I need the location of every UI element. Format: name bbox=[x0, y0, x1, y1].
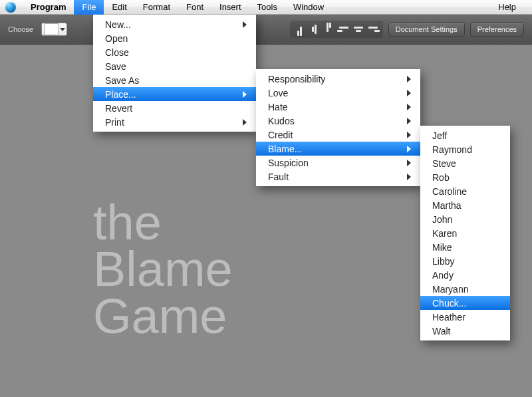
blame-walt[interactable]: Walt bbox=[420, 324, 510, 338]
place-responsibility[interactable]: Responsibility bbox=[256, 72, 420, 86]
menu-label: Caroline bbox=[432, 186, 467, 197]
title-line-3: Game bbox=[93, 293, 233, 340]
menu-label: New... bbox=[105, 19, 131, 30]
submenu-arrow-icon bbox=[407, 174, 411, 180]
align-bottom-button[interactable] bbox=[293, 23, 307, 36]
blame-john[interactable]: John bbox=[420, 212, 510, 226]
menu-label: Walt bbox=[432, 326, 450, 336]
document-settings-button[interactable]: Document Settings bbox=[388, 22, 465, 37]
file-save[interactable]: Save bbox=[93, 59, 256, 73]
blame-jeff[interactable]: Jeff bbox=[420, 128, 510, 142]
blame-martha[interactable]: Martha bbox=[420, 198, 510, 212]
help-menu[interactable]: Help bbox=[490, 0, 532, 15]
title-line-2: Blame bbox=[93, 246, 233, 293]
place-suspicion[interactable]: Suspicion bbox=[256, 156, 420, 170]
menu-label: Jeff bbox=[432, 130, 447, 141]
file-place[interactable]: Place... bbox=[93, 87, 256, 101]
file-open[interactable]: Open bbox=[93, 31, 256, 45]
place-love[interactable]: Love bbox=[256, 86, 420, 100]
choose-label: Choose bbox=[8, 25, 33, 33]
menu-label: Andy bbox=[432, 270, 454, 281]
menu-label: Fault bbox=[268, 172, 289, 182]
insert-menu[interactable]: Insert bbox=[211, 0, 249, 15]
preferences-button[interactable]: Preferences bbox=[470, 22, 524, 37]
menu-label: Save As bbox=[105, 75, 139, 86]
place-hate[interactable]: Hate bbox=[256, 100, 420, 114]
align-middle-button[interactable] bbox=[308, 23, 321, 36]
file-close[interactable]: Close bbox=[93, 45, 256, 59]
align-right-button[interactable] bbox=[366, 23, 380, 36]
file-new[interactable]: New... bbox=[93, 17, 256, 31]
place-kudos[interactable]: Kudos bbox=[256, 114, 420, 128]
submenu-arrow-icon bbox=[407, 160, 411, 166]
blame-mike[interactable]: Mike bbox=[420, 240, 510, 254]
tools-menu[interactable]: Tools bbox=[249, 0, 285, 15]
blame-caroline[interactable]: Caroline bbox=[420, 184, 510, 198]
menu-label: Karen bbox=[432, 228, 457, 239]
blame-chuck[interactable]: Chuck... bbox=[420, 296, 510, 310]
menu-label: Kudos bbox=[268, 116, 295, 126]
format-menu[interactable]: Format bbox=[135, 0, 178, 15]
place-credit[interactable]: Credit bbox=[256, 128, 420, 142]
menu-label: Mike bbox=[432, 242, 452, 253]
menu-label: Steve bbox=[432, 158, 456, 169]
apple-menu-icon[interactable] bbox=[5, 2, 16, 13]
program-menu[interactable]: Program bbox=[23, 0, 74, 15]
color-swatch-dropdown[interactable] bbox=[41, 23, 67, 36]
submenu-arrow-icon bbox=[243, 21, 247, 28]
blame-steve[interactable]: Steve bbox=[420, 156, 510, 170]
menu-label: Martha bbox=[432, 200, 462, 211]
menu-label: Maryann bbox=[432, 284, 468, 295]
blame-heather[interactable]: Heather bbox=[420, 310, 510, 324]
submenu-arrow-icon bbox=[407, 104, 411, 110]
blame-submenu: Jeff Raymond Steve Rob Caroline Martha J… bbox=[420, 126, 510, 340]
window-menu[interactable]: Window bbox=[285, 0, 332, 15]
menu-label: Open bbox=[105, 33, 128, 44]
menu-label: John bbox=[432, 214, 452, 225]
file-print[interactable]: Print bbox=[93, 115, 256, 129]
menu-label: Rob bbox=[432, 172, 450, 183]
menu-label: Close bbox=[105, 47, 129, 58]
menu-label: Credit bbox=[268, 130, 293, 140]
file-revert[interactable]: Revert bbox=[93, 101, 256, 115]
file-save-as[interactable]: Save As bbox=[93, 73, 256, 87]
page-title: the Blame Game bbox=[93, 199, 233, 340]
color-swatch bbox=[44, 23, 59, 35]
menu-label: Suspicion bbox=[268, 158, 309, 168]
submenu-arrow-icon bbox=[407, 118, 411, 124]
blame-raymond[interactable]: Raymond bbox=[420, 142, 510, 156]
font-menu[interactable]: Font bbox=[178, 0, 211, 15]
alignment-group bbox=[290, 21, 383, 38]
menu-label: Save bbox=[105, 61, 126, 72]
menu-label: Chuck... bbox=[432, 298, 466, 309]
align-center-button[interactable] bbox=[352, 23, 365, 36]
blame-rob[interactable]: Rob bbox=[420, 170, 510, 184]
file-dropdown: New... Open Close Save Save As Place... … bbox=[93, 15, 256, 132]
blame-andy[interactable]: Andy bbox=[420, 268, 510, 282]
title-line-1: the bbox=[93, 199, 233, 246]
blame-libby[interactable]: Libby bbox=[420, 254, 510, 268]
place-submenu: Responsibility Love Hate Kudos Credit Bl… bbox=[256, 69, 420, 186]
submenu-arrow-icon bbox=[407, 146, 411, 152]
blame-karen[interactable]: Karen bbox=[420, 226, 510, 240]
submenu-arrow-icon bbox=[407, 132, 411, 138]
menubar: Program File Edit Format Font Insert Too… bbox=[0, 0, 532, 15]
menu-label: Love bbox=[268, 88, 288, 98]
file-menu[interactable]: File bbox=[74, 0, 104, 15]
submenu-arrow-icon bbox=[407, 90, 411, 96]
place-fault[interactable]: Fault bbox=[256, 170, 420, 184]
menu-label: Blame... bbox=[268, 144, 302, 154]
align-top-button[interactable] bbox=[323, 23, 336, 36]
menu-label: Libby bbox=[432, 256, 454, 267]
menu-label: Raymond bbox=[432, 144, 472, 155]
edit-menu[interactable]: Edit bbox=[104, 0, 134, 15]
chevron-down-icon bbox=[60, 28, 65, 31]
menu-label: Print bbox=[105, 117, 124, 128]
align-left-button[interactable] bbox=[337, 23, 350, 36]
submenu-arrow-icon bbox=[407, 76, 411, 82]
menu-label: Heather bbox=[432, 312, 466, 323]
blame-maryann[interactable]: Maryann bbox=[420, 282, 510, 296]
submenu-arrow-icon bbox=[243, 119, 247, 126]
toolbar: Choose Document Settings Preferences bbox=[0, 15, 532, 45]
place-blame[interactable]: Blame... bbox=[256, 142, 420, 156]
